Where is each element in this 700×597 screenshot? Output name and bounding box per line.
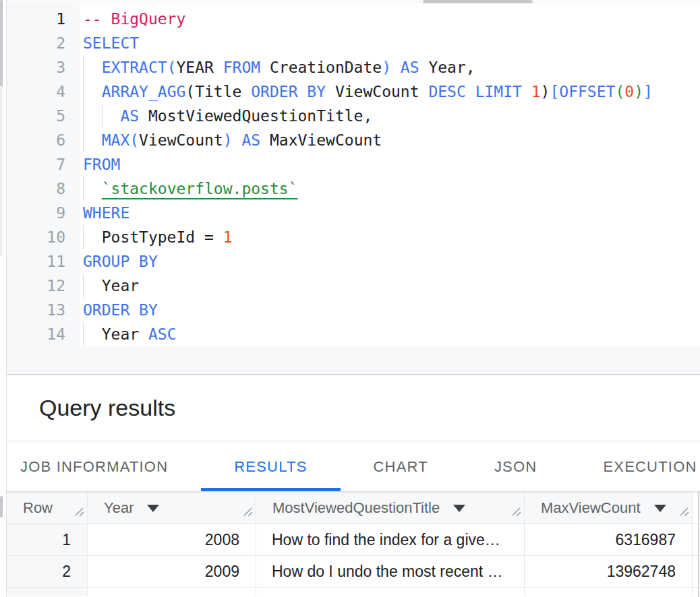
code-token: ] [643,83,653,100]
column-header-year: Year [88,493,256,524]
column-resize-grip-icon[interactable] [678,503,689,521]
code-text: -- BigQuery [80,7,185,31]
code-token: ViewCount [139,131,223,149]
tab-job-information[interactable]: JOB INFORMATION [7,442,201,491]
code-token: ) [223,131,233,149]
code-token [233,131,242,149]
tab-label: RESULTS [234,458,307,476]
code-token: WHERE [83,204,129,222]
table-cell [256,588,525,596]
code-line[interactable]: 3 EXTRACT(YEAR FROM CreationDate) AS Yea… [7,55,700,80]
code-token [83,83,102,100]
results-tab-bar[interactable]: JOB INFORMATIONRESULTSCHARTJSONEXECUTION… [7,442,700,492]
code-token: PostTypeId = [83,228,223,246]
column-header-label: Year [88,499,134,517]
line-number: 14 [7,322,80,346]
code-token: AS [401,59,419,76]
table-cell [7,588,88,596]
code-token [83,131,102,149]
line-number: 5 [7,104,80,128]
code-token: Year, [419,59,475,76]
code-token [83,180,102,197]
code-token: -- BigQuery [83,10,185,28]
code-line[interactable]: 10 PostTypeId = 1 [7,225,700,249]
code-token: ARRAY_AGG [102,83,186,100]
code-text: Year [80,274,139,298]
active-tab-underline [201,488,340,491]
code-token [83,59,102,76]
code-line[interactable]: 7FROM [7,152,700,177]
code-line[interactable]: 11GROUP BY [7,249,700,274]
table-cell [88,588,256,596]
code-text: EXTRACT(YEAR FROM CreationDate) AS Year, [80,55,475,80]
code-token: OFFSET [559,83,615,100]
code-token: LIMIT [475,83,522,100]
tab-execution-details[interactable]: EXECUTION DETAILS [570,442,700,491]
code-token: 1 [531,83,541,100]
table-cell [525,588,693,596]
code-token: Year [83,325,148,343]
tab-label: JOB INFORMATION [20,458,168,476]
results-right-scrollbar[interactable] [698,492,699,597]
table-cell: 6316987 [525,524,693,555]
line-number: 8 [7,177,80,201]
table-reference-link[interactable]: `stackoverflow.posts` [102,180,298,197]
code-token [522,83,531,100]
code-token: [ [550,83,559,100]
code-line[interactable]: 2SELECT [7,31,700,55]
scrollbar-thumb[interactable] [0,0,3,86]
code-text: GROUP BY [80,249,158,274]
code-token: ORDER BY [251,83,326,100]
table-cell: 13962748 [525,556,693,587]
editor-footer-band [7,347,700,375]
code-line[interactable]: 6 MAX(ViewCount) AS MaxViewCount [7,128,700,152]
code-token: DESC [428,83,465,100]
code-token: Year [83,277,139,294]
sort-dropdown-icon[interactable] [654,505,666,512]
tab-json[interactable]: JSON [461,442,570,491]
indent-guide [83,104,84,128]
code-lines[interactable]: 1-- BigQuery2SELECT3 EXTRACT(YEAR FROM C… [7,7,700,346]
indent-guide [83,225,84,249]
sort-dropdown-icon[interactable] [147,505,159,512]
code-text: MAX(ViewCount) AS MaxViewCount [80,128,382,152]
table-cell: 2009 [88,556,256,587]
code-line[interactable]: 12 Year [7,274,700,298]
code-line[interactable]: 8 `stackoverflow.posts` [7,177,700,201]
code-line[interactable]: 13ORDER BY [7,298,700,322]
code-text: FROM [80,152,120,177]
code-line[interactable]: 14 Year ASC [7,322,700,346]
code-token: ORDER BY [83,301,158,319]
code-token [214,59,223,76]
code-token: ) [541,83,550,100]
code-line[interactable]: 5 AS MostViewedQuestionTitle, [7,104,700,128]
code-token: 1 [223,228,233,246]
line-number: 11 [7,249,80,274]
sql-editor[interactable]: 1-- BigQuery2SELECT3 EXTRACT(YEAR FROM C… [7,3,700,347]
code-token: ( [615,83,624,100]
column-resize-grip-icon[interactable] [242,503,253,521]
code-token: 0 [624,83,634,100]
column-resize-grip-icon[interactable] [74,503,84,521]
code-line[interactable]: 1-- BigQuery [7,7,700,31]
code-token: MaxViewCount [260,131,382,149]
code-line[interactable]: 9WHERE [7,201,700,225]
code-token: MostViewedQuestionTitle, [139,107,372,125]
table-row-partial [7,588,700,596]
column-header-label: MaxViewCount [525,499,641,517]
tab-label: JSON [494,458,537,476]
code-token: GROUP BY [83,253,158,270]
results-scrollbar-thumb[interactable] [0,496,3,517]
code-token: AS [241,131,260,149]
tab-chart[interactable]: CHART [341,442,461,491]
column-resize-grip-icon[interactable] [511,503,521,521]
code-text: `stackoverflow.posts` [80,177,298,201]
table-row: 12008How to find the index for a give…63… [7,524,700,556]
table-cell: How do I undo the most recent … [256,556,525,587]
sort-dropdown-icon[interactable] [453,505,465,512]
indent-guide [83,55,84,80]
tab-results[interactable]: RESULTS [201,442,340,491]
code-line[interactable]: 4 ARRAY_AGG(Title ORDER BY ViewCount DES… [7,80,700,104]
code-token: AS [120,107,139,125]
line-number: 2 [7,31,80,55]
